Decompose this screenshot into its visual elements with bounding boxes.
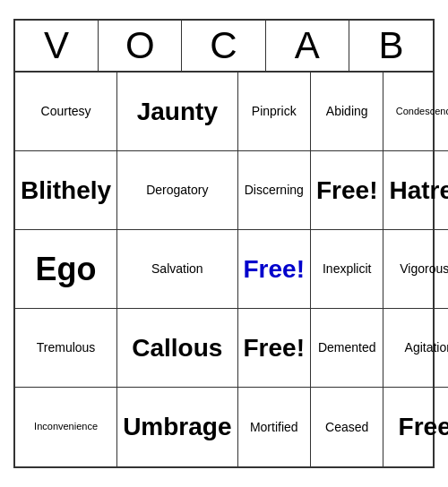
cell-text: Inconvenience bbox=[34, 421, 98, 432]
header-letter: V bbox=[15, 21, 99, 71]
bingo-cell: Inexplicit bbox=[311, 230, 383, 309]
bingo-cell: Hatred bbox=[383, 151, 448, 230]
cell-text: Abiding bbox=[326, 104, 368, 119]
cell-text: Demented bbox=[318, 340, 376, 355]
bingo-cell: Agitation bbox=[383, 309, 448, 388]
cell-text: Umbrage bbox=[123, 412, 231, 442]
bingo-cell: Umbrage bbox=[117, 388, 237, 466]
cell-text: Inexplicit bbox=[323, 261, 371, 277]
bingo-cell: Free! bbox=[311, 151, 383, 230]
bingo-cell: Mortified bbox=[238, 388, 311, 466]
bingo-card: VOCAB CourtesyJauntyPinprickAbidingConde… bbox=[13, 19, 435, 468]
cell-text: Hatred bbox=[389, 175, 448, 206]
bingo-cell: Ego bbox=[15, 230, 117, 309]
cell-text: Callous bbox=[132, 333, 222, 363]
cell-text: Blithely bbox=[21, 175, 111, 206]
cell-text: Pinprick bbox=[252, 104, 297, 119]
bingo-cell: Free! bbox=[383, 388, 448, 466]
bingo-cell: Callous bbox=[117, 309, 237, 388]
cell-text: Free! bbox=[244, 254, 305, 285]
cell-text: Ceased bbox=[325, 420, 368, 435]
bingo-cell: Inconvenience bbox=[15, 388, 117, 466]
cell-text: Tremulous bbox=[37, 340, 96, 355]
header-letter: B bbox=[349, 21, 433, 71]
bingo-cell: Discerning bbox=[238, 151, 311, 230]
cell-text: Free! bbox=[316, 175, 377, 206]
cell-text: Free! bbox=[399, 412, 448, 442]
bingo-cell: Pinprick bbox=[238, 73, 311, 151]
bingo-cell: Tremulous bbox=[15, 309, 117, 388]
cell-text: Discerning bbox=[245, 183, 304, 198]
bingo-cell: Derogatory bbox=[117, 151, 237, 230]
bingo-cell: Demented bbox=[311, 309, 383, 388]
header-letter: A bbox=[266, 21, 349, 71]
bingo-cell: Free! bbox=[238, 309, 311, 388]
cell-text: Condescended bbox=[396, 106, 448, 117]
bingo-cell: Blithely bbox=[15, 151, 117, 230]
bingo-header: VOCAB bbox=[15, 21, 433, 73]
bingo-cell: Jaunty bbox=[117, 73, 237, 151]
cell-text: Derogatory bbox=[146, 183, 208, 198]
cell-text: Agitation bbox=[405, 340, 448, 355]
header-letter: O bbox=[99, 21, 182, 71]
cell-text: Courtesy bbox=[41, 104, 91, 119]
bingo-cell: Salvation bbox=[117, 230, 237, 309]
bingo-cell: Courtesy bbox=[15, 73, 117, 151]
cell-text: Mortified bbox=[250, 420, 298, 435]
cell-text: Vigorously bbox=[400, 261, 448, 277]
bingo-cell: Abiding bbox=[311, 73, 383, 151]
bingo-cell: Condescended bbox=[383, 73, 448, 151]
cell-text: Free! bbox=[244, 333, 305, 363]
cell-text: Salvation bbox=[151, 261, 203, 277]
bingo-cell: Ceased bbox=[311, 388, 383, 466]
bingo-cell: Free! bbox=[238, 230, 311, 309]
cell-text: Jaunty bbox=[137, 97, 218, 127]
cell-text: Ego bbox=[36, 250, 97, 288]
header-letter: C bbox=[182, 21, 265, 71]
bingo-grid: CourtesyJauntyPinprickAbidingCondescende… bbox=[15, 73, 433, 466]
bingo-cell: Vigorously bbox=[383, 230, 448, 309]
